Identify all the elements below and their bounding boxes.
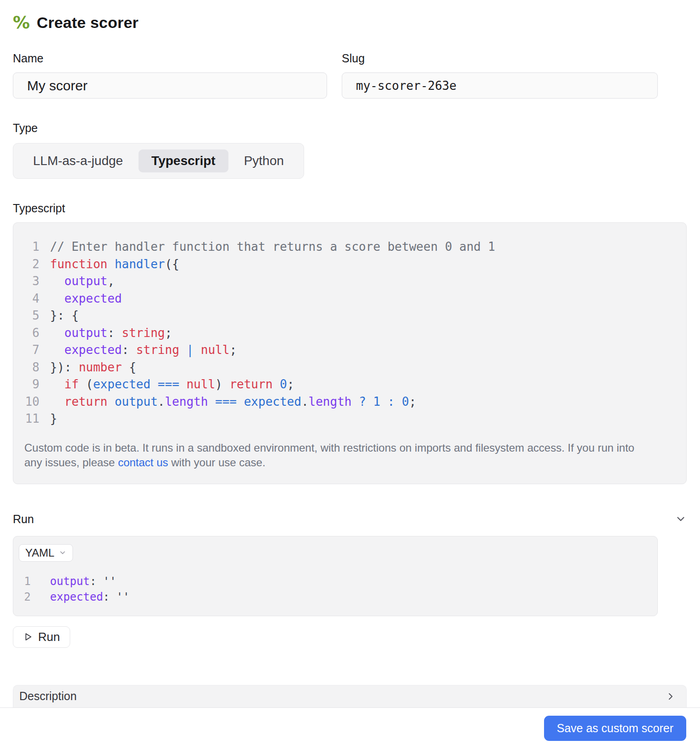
code-line: 4 expected	[13, 290, 686, 308]
code-token-op: :	[380, 395, 402, 409]
code-line: 2expected: ''	[13, 589, 657, 605]
type-option-python[interactable]: Python	[231, 149, 297, 172]
code-line: 1output: ''	[13, 574, 657, 589]
code-line: 7 expected: string | null;	[13, 342, 686, 359]
line-number: 3	[13, 273, 39, 290]
code-token-kw: null	[186, 377, 215, 391]
code-token-op: ===	[150, 377, 186, 391]
type-option-llm-as-a-judge[interactable]: LLM-as-a-judge	[20, 149, 136, 172]
run-section-header: Run	[13, 513, 687, 526]
code-token-punct: {	[122, 360, 136, 374]
type-option-typescript[interactable]: Typescript	[139, 149, 228, 172]
code-line: 8}): number {	[13, 359, 686, 376]
code-token-ident: expected	[93, 377, 150, 391]
code-line: 11}	[13, 410, 686, 428]
slug-label: Slug	[342, 52, 658, 65]
code-token-prop: output	[64, 274, 107, 288]
code-token-kw: return	[64, 395, 107, 409]
code-token-punct: }	[50, 412, 57, 425]
code-token-plain	[272, 377, 280, 391]
run-code-lines: 1output: ''2expected: ''	[13, 574, 657, 605]
code-token-punct: ,	[107, 274, 115, 288]
code-token-fn: handler	[115, 257, 165, 271]
code-token-punct: )	[215, 377, 229, 391]
code-line-content: return output.length === expected.length…	[39, 393, 416, 411]
run-label: Run	[13, 513, 34, 526]
code-token-prop: output	[50, 575, 90, 588]
line-number: 10	[13, 393, 39, 411]
code-line-content: expected: ''	[31, 589, 129, 605]
code-token-punct: ;	[287, 377, 294, 391]
line-number: 4	[13, 290, 39, 308]
code-token-prop: length	[165, 395, 208, 409]
footer-bar: Save as custom scorer	[13, 708, 687, 741]
chevron-down-icon[interactable]	[675, 513, 687, 525]
type-field-group: Type LLM-as-a-judgeTypescriptPython	[13, 121, 687, 179]
code-token-punct: ;	[229, 343, 237, 357]
code-token-plain	[50, 274, 64, 288]
chevron-down-icon	[59, 549, 67, 557]
code-line: 6 output: string;	[13, 325, 686, 342]
code-token-op: ?	[351, 395, 373, 409]
code-token-prop: length	[309, 395, 352, 409]
code-token-plain	[50, 395, 64, 409]
code-token-punct: .	[158, 395, 165, 409]
code-line: 2function handler({	[13, 256, 686, 273]
line-number: 2	[13, 256, 39, 273]
type-segmented-control: LLM-as-a-judgeTypescriptPython	[13, 143, 304, 179]
type-label: Type	[13, 121, 687, 135]
code-token-punct: :	[122, 343, 136, 357]
code-token-ident: output	[115, 395, 158, 409]
typescript-field-group: Typescript 1// Enter handler function th…	[13, 202, 687, 484]
slug-field-group: Slug	[342, 52, 658, 99]
save-as-custom-scorer-button[interactable]: Save as custom scorer	[544, 716, 686, 741]
code-token-prop: output	[64, 326, 107, 340]
code-token-kw: number	[79, 360, 122, 374]
line-number: 1	[13, 238, 39, 256]
page-title: Create scorer	[37, 14, 139, 32]
beta-notice-text: Custom code is in beta. It runs in a san…	[24, 442, 634, 469]
create-scorer-panel: % Create scorer Name Slug Type LLM-as-a-…	[0, 0, 700, 741]
code-token-plain	[50, 292, 64, 305]
name-slug-row: Name Slug	[13, 52, 687, 99]
code-token-kw: null	[201, 343, 230, 357]
line-number: 5	[13, 307, 39, 325]
line-number: 2	[13, 589, 31, 605]
code-line-content: expected: string | null;	[39, 342, 237, 359]
code-token-str: ''	[103, 575, 117, 588]
percent-icon: %	[13, 14, 30, 31]
description-section-toggle[interactable]: Description	[13, 685, 687, 707]
name-input[interactable]	[13, 72, 327, 99]
beta-notice-text-after: with your use case.	[168, 456, 266, 469]
code-token-punct: ;	[165, 326, 172, 340]
code-token-punct: .	[301, 395, 309, 409]
code-token-punct: }: {	[50, 309, 79, 322]
run-input-editor[interactable]: YAML 1output: ''2expected: ''	[13, 536, 658, 616]
code-token-ident: expected	[244, 395, 301, 409]
code-line: 3 output,	[13, 273, 686, 290]
code-token-plain	[107, 395, 115, 409]
code-line-content: if (expected === null) return 0;	[39, 376, 294, 393]
code-token-kw: if	[64, 377, 78, 391]
name-field-group: Name	[13, 52, 327, 99]
format-select-button[interactable]: YAML	[19, 544, 73, 562]
chevron-right-icon	[665, 691, 676, 702]
contact-us-link[interactable]: contact us	[118, 456, 168, 469]
code-token-punct: :	[107, 326, 122, 340]
code-token-punct: }):	[50, 360, 79, 374]
code-token-punct: :	[90, 575, 103, 588]
code-token-op: ===	[208, 395, 244, 409]
code-token-num: 0	[280, 377, 287, 391]
typescript-code-editor[interactable]: 1// Enter handler function that returns …	[13, 222, 687, 484]
run-button[interactable]: Run	[13, 626, 70, 648]
run-button-label: Run	[38, 630, 60, 644]
description-label: Description	[19, 690, 77, 703]
code-line-content: }: {	[39, 307, 79, 325]
code-line-content: // Enter handler function that returns a…	[39, 238, 495, 256]
name-label: Name	[13, 52, 327, 65]
panel-header: % Create scorer	[13, 14, 687, 32]
code-token-prop: expected	[50, 591, 103, 603]
code-token-kw: return	[229, 377, 272, 391]
code-line-content: output,	[39, 273, 115, 290]
slug-input[interactable]	[342, 72, 658, 99]
